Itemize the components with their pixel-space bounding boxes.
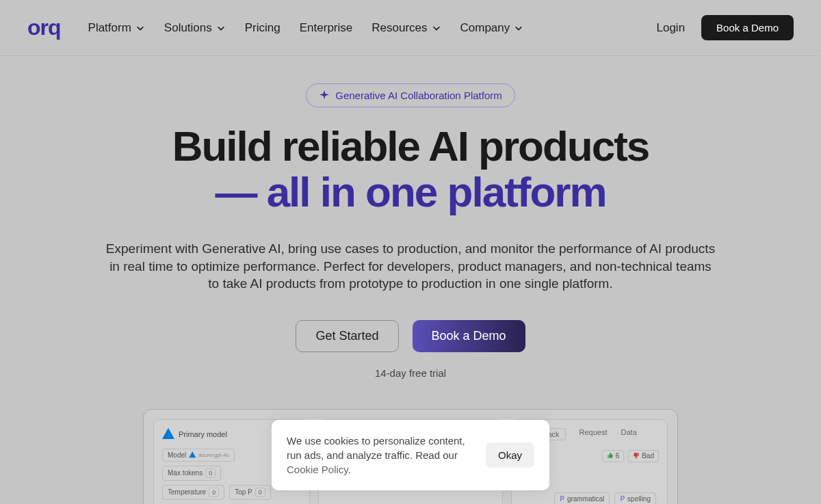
main-nav: Platform Solutions Pricing Enterprise Re… bbox=[88, 21, 524, 35]
cookie-policy-link[interactable]: Cookie Policy bbox=[287, 464, 348, 475]
book-demo-button[interactable]: Book a Demo bbox=[701, 15, 794, 40]
thumb-down-icon bbox=[633, 452, 640, 460]
primary-model-label: Primary model bbox=[179, 430, 227, 438]
hero-subtext: Experiment with Generative AI, bring use… bbox=[103, 240, 718, 293]
temperature-tag: Temperature 0 bbox=[162, 485, 224, 500]
sparkle-icon bbox=[319, 90, 330, 101]
header: orq Platform Solutions Pricing Enterpris… bbox=[0, 0, 821, 56]
login-link[interactable]: Login bbox=[657, 21, 686, 35]
temperature-label: Temperature bbox=[168, 488, 206, 496]
azure-icon bbox=[162, 428, 174, 440]
tag-grammatical: P grammatical bbox=[554, 492, 610, 504]
bad-label: Bad bbox=[642, 452, 654, 460]
chevron-down-icon bbox=[514, 23, 523, 33]
spelling-label: spelling bbox=[627, 495, 651, 503]
cookie-message: We use cookies to personalize content, r… bbox=[287, 435, 465, 461]
chevron-down-icon bbox=[432, 23, 441, 33]
chevron-down-icon bbox=[216, 23, 226, 33]
category-tags: P grammatical P spelling P ambiguity bbox=[520, 492, 659, 504]
chevron-down-icon bbox=[135, 23, 145, 33]
cookie-text: We use cookies to personalize content, r… bbox=[287, 434, 475, 477]
cookie-period: . bbox=[348, 464, 351, 475]
p-icon: P bbox=[560, 495, 564, 503]
tag-spelling: P spelling bbox=[614, 492, 656, 504]
tab-request[interactable]: Request bbox=[579, 428, 608, 440]
nav-platform-label: Platform bbox=[88, 21, 131, 35]
header-left: orq Platform Solutions Pricing Enterpris… bbox=[27, 15, 523, 40]
nav-enterprise[interactable]: Enterprise bbox=[300, 21, 352, 35]
nav-pricing-label: Pricing bbox=[245, 21, 281, 35]
book-demo-hero-button[interactable]: Book a Demo bbox=[413, 320, 525, 352]
logo[interactable]: orq bbox=[27, 15, 61, 40]
max-tokens-value: 0 bbox=[205, 468, 216, 478]
azure-mini-icon bbox=[189, 451, 196, 458]
nav-solutions[interactable]: Solutions bbox=[164, 21, 226, 35]
nav-enterprise-label: Enterprise bbox=[300, 21, 352, 35]
max-tokens-tag: Max tokens 0 bbox=[162, 466, 221, 481]
good-rating: 6 bbox=[602, 450, 625, 462]
nav-pricing[interactable]: Pricing bbox=[245, 21, 281, 35]
top-p-tag: Top P 0 bbox=[229, 485, 271, 500]
good-value: 6 bbox=[616, 452, 620, 460]
headline-line1: Build reliable AI products bbox=[172, 122, 649, 170]
trial-text: 14-day free trial bbox=[0, 367, 821, 379]
top-p-label: Top P bbox=[235, 488, 252, 496]
model-value: azure/gpt-4o bbox=[198, 452, 229, 458]
cookie-banner: We use cookies to personalize content, r… bbox=[272, 420, 549, 490]
get-started-button[interactable]: Get Started bbox=[296, 320, 398, 352]
nav-company[interactable]: Company bbox=[460, 21, 524, 35]
header-right: Login Book a Demo bbox=[657, 15, 794, 40]
top-p-value: 0 bbox=[255, 488, 265, 497]
tab-data[interactable]: Data bbox=[621, 428, 637, 440]
cookie-okay-button[interactable]: Okay bbox=[486, 442, 534, 468]
nav-solutions-label: Solutions bbox=[164, 21, 212, 35]
bad-rating: Bad bbox=[628, 450, 659, 462]
headline: Build reliable AI products — all in one … bbox=[0, 124, 821, 215]
model-tag: Model azure/gpt-4o bbox=[162, 449, 235, 462]
grammatical-label: grammatical bbox=[567, 495, 604, 503]
tagline-pill: Generative AI Collaboration Platform bbox=[306, 83, 514, 107]
headline-line2: — all in one platform bbox=[0, 170, 821, 215]
thumb-up-icon bbox=[607, 452, 614, 460]
temperature-value: 0 bbox=[209, 488, 219, 497]
nav-resources-label: Resources bbox=[372, 21, 427, 35]
nav-resources[interactable]: Resources bbox=[372, 21, 441, 35]
tagline-text: Generative AI Collaboration Platform bbox=[335, 90, 501, 101]
nav-company-label: Company bbox=[460, 21, 510, 35]
nav-platform[interactable]: Platform bbox=[88, 21, 145, 35]
p-icon: P bbox=[620, 495, 625, 503]
max-tokens-label: Max tokens bbox=[168, 469, 203, 477]
cta-row: Get Started Book a Demo bbox=[0, 320, 821, 352]
model-tag-label: Model bbox=[168, 451, 186, 459]
